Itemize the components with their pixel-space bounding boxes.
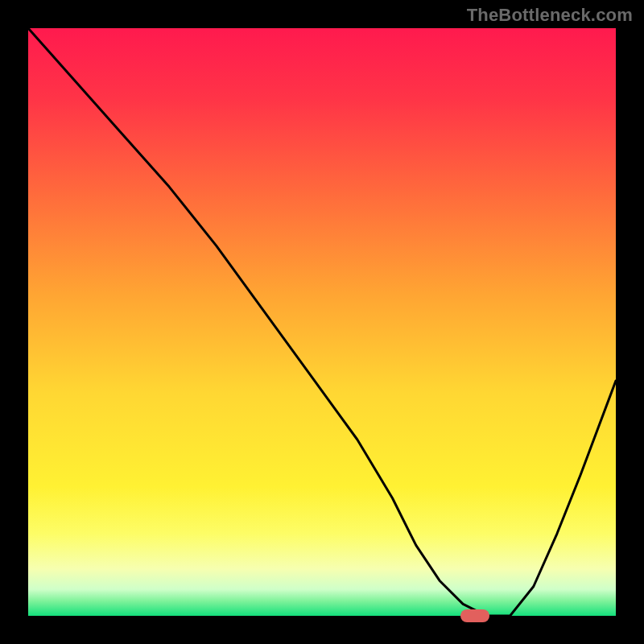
chart-frame: TheBottleneck.com <box>0 0 644 644</box>
plot-area <box>28 28 616 616</box>
gradient-background <box>28 28 616 616</box>
optimal-point-marker <box>460 609 489 622</box>
watermark-text: TheBottleneck.com <box>467 5 633 26</box>
chart-svg <box>28 28 616 616</box>
